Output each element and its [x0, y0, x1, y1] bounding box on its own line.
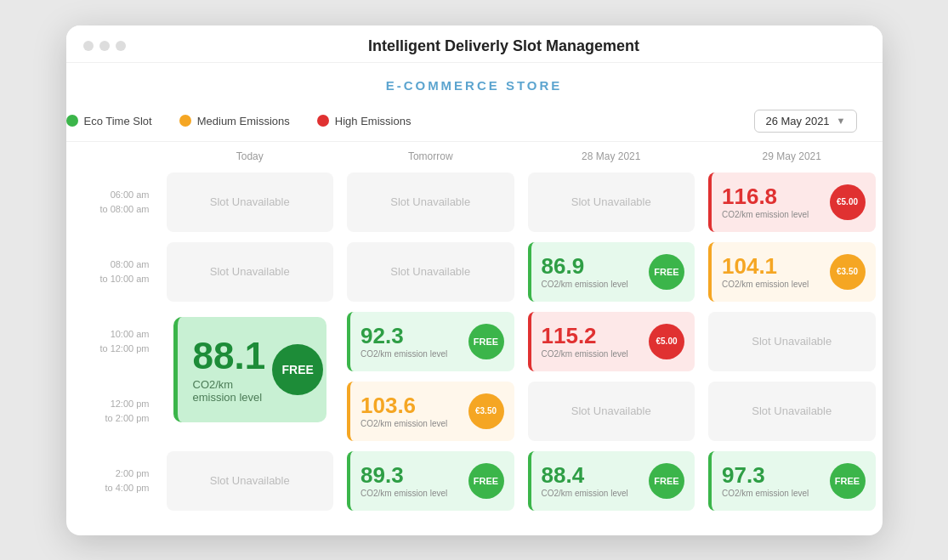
unavailable-slot: Slot Unavailable [347, 173, 514, 232]
medium-slot: 104.1 CO2/km emission level €3.50 [708, 242, 876, 302]
high-label: High Emissions [335, 115, 412, 127]
time-label-0: 06:00 amto 08:00 am [66, 167, 160, 237]
emission-label: CO2/km emission level [542, 349, 643, 359]
time-label-1: 08:00 amto 10:00 am [66, 237, 160, 307]
slot-0-1[interactable]: Slot Unavailable [340, 167, 521, 237]
dot-2 [99, 41, 110, 51]
slots-grid: Today Tomorrow 28 May 2021 29 May 2021 0… [66, 142, 883, 529]
slot-4-1[interactable]: 89.3 CO2/km emission level FREE [340, 446, 521, 516]
slot-0-2[interactable]: Slot Unavailable [521, 167, 702, 237]
app-window: Intelligent Deliverly Slot Management E-… [66, 25, 883, 535]
medium-label: Medium Emissions [197, 115, 290, 127]
legend-high: High Emissions [317, 115, 412, 127]
header-29may: 29 May 2021 [701, 142, 883, 167]
slot-4-2[interactable]: 88.4 CO2/km emission level FREE [521, 446, 702, 516]
price-badge: FREE [830, 463, 866, 499]
slot-1-1[interactable]: Slot Unavailable [340, 237, 521, 307]
emission-label: CO2/km emission level [722, 489, 823, 498]
price-badge: FREE [468, 463, 504, 499]
window-controls [83, 41, 126, 51]
date-picker[interactable]: 26 May 2021 ▼ [754, 110, 856, 133]
store-name: E-COMMERCE STORE [66, 63, 883, 101]
legend-medium: Medium Emissions [179, 115, 290, 127]
emission-value: 115.2 [542, 324, 643, 348]
emission-label: CO2/km emission level [542, 489, 643, 498]
emission-label: CO2/km emission level [722, 280, 823, 289]
eco-slot: 86.9 CO2/km emission level FREE [528, 242, 695, 302]
emission-label: CO2/km emission level [722, 210, 823, 219]
price-badge: FREE [649, 254, 684, 290]
price-badge: €5.00 [649, 324, 684, 359]
slot-3-1[interactable]: 103.6 CO2/km emission level €3.50 [340, 376, 521, 446]
eco-slot: 89.3 CO2/km emission level FREE [347, 451, 514, 511]
chevron-down-icon: ▼ [837, 116, 846, 126]
dot-1 [83, 41, 94, 51]
unavailable-slot: Slot Unavailable [708, 382, 876, 441]
table-row: 2:00 pmto 4:00 pm Slot Unavailable 89.3 … [66, 446, 883, 516]
time-label-4: 2:00 pmto 4:00 pm [66, 446, 160, 516]
emission-value: 92.3 [360, 324, 462, 348]
emission-value: 86.9 [542, 254, 643, 279]
emission-value: 103.6 [360, 393, 462, 418]
slot-1-3[interactable]: 104.1 CO2/km emission level €3.50 [701, 237, 883, 307]
header-time [66, 142, 160, 167]
unavailable-slot: Slot Unavailable [347, 242, 514, 302]
eco-label: Eco Time Slot [84, 115, 152, 127]
header-28may: 28 May 2021 [521, 142, 702, 167]
price-badge: €5.00 [830, 184, 866, 220]
table-row: 08:00 amto 10:00 am Slot Unavailable Slo… [66, 237, 883, 307]
emission-label: CO2/km emission level [360, 349, 462, 359]
unavailable-slot: Slot Unavailable [528, 173, 695, 232]
slot-1-0[interactable]: Slot Unavailable [160, 237, 341, 307]
table-row: 10:00 amto 12:00 pm 88.1 CO2/km emission… [66, 307, 883, 376]
high-dot [317, 115, 329, 127]
unavailable-slot: Slot Unavailable [167, 451, 334, 511]
eco-slot: 97.3 CO2/km emission level FREE [708, 451, 876, 511]
eco-slot: 88.4 CO2/km emission level FREE [528, 451, 695, 511]
unavailable-slot: Slot Unavailable [167, 242, 334, 302]
price-badge: €3.50 [468, 393, 504, 429]
price-badge: FREE [649, 463, 684, 499]
table-row: 06:00 amto 08:00 am Slot Unavailable Slo… [66, 167, 883, 237]
header-tomorrow: Tomorrow [340, 142, 521, 167]
slot-2-3[interactable]: Slot Unavailable [701, 307, 883, 376]
window-title: Intelligent Deliverly Slot Management [143, 37, 866, 55]
slot-4-3[interactable]: 97.3 CO2/km emission level FREE [701, 446, 883, 516]
eco-slot: 92.3 CO2/km emission level FREE [347, 312, 514, 371]
eco-dot [66, 115, 78, 127]
emission-value: 97.3 [722, 463, 823, 488]
dot-3 [116, 41, 126, 51]
emission-label: CO2/km emission level [542, 280, 643, 289]
time-label-2: 10:00 amto 12:00 pm [66, 307, 160, 376]
price-badge: FREE [272, 344, 323, 395]
unavailable-slot: Slot Unavailable [528, 382, 695, 441]
emission-value: 116.8 [722, 184, 823, 209]
slot-2-0-featured[interactable]: 88.1 CO2/km emission level FREE [160, 307, 341, 446]
slot-3-3[interactable]: Slot Unavailable [701, 376, 883, 446]
slot-4-0[interactable]: Slot Unavailable [160, 446, 341, 516]
grid-table: Today Tomorrow 28 May 2021 29 May 2021 0… [66, 142, 883, 516]
unavailable-slot: Slot Unavailable [708, 312, 876, 371]
eco-large-slot: 88.1 CO2/km emission level FREE [173, 317, 327, 422]
slot-3-2[interactable]: Slot Unavailable [521, 376, 702, 446]
header-row: Today Tomorrow 28 May 2021 29 May 2021 [66, 142, 883, 167]
emission-value: 104.1 [722, 254, 823, 279]
price-badge: €3.50 [830, 254, 866, 290]
legend-bar: Eco Time Slot Medium Emissions High Emis… [66, 101, 883, 142]
time-label-3: 12:00 pmto 2:00 pm [66, 376, 160, 446]
high-slot: 116.8 CO2/km emission level €5.00 [708, 173, 876, 232]
emission-value: 89.3 [360, 463, 462, 488]
unavailable-slot: Slot Unavailable [167, 173, 334, 232]
slot-2-1[interactable]: 92.3 CO2/km emission level FREE [340, 307, 521, 376]
high-slot: 115.2 CO2/km emission level €5.00 [528, 312, 695, 371]
titlebar: Intelligent Deliverly Slot Management [66, 25, 883, 63]
slot-1-2[interactable]: 86.9 CO2/km emission level FREE [521, 237, 702, 307]
header-today: Today [160, 142, 341, 167]
legend-eco: Eco Time Slot [66, 115, 152, 127]
slot-0-0[interactable]: Slot Unavailable [160, 167, 341, 237]
emission-label: CO2/km emission level [360, 489, 462, 498]
slot-2-2[interactable]: 115.2 CO2/km emission level €5.00 [521, 307, 702, 376]
emission-label: CO2/km emission level [193, 378, 266, 404]
emission-value: 88.1 [193, 336, 266, 376]
slot-0-3[interactable]: 116.8 CO2/km emission level €5.00 [701, 167, 883, 237]
